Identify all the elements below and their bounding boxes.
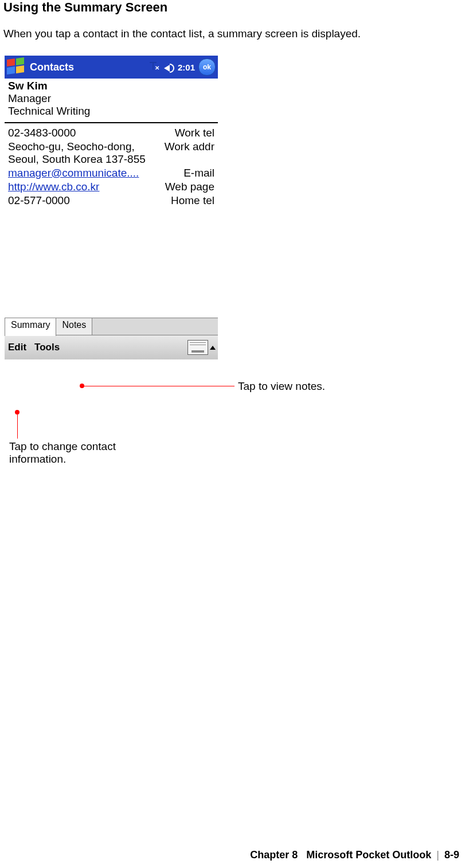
pocket-pc-screenshot: Contacts 2:01 ok Sw Kim Manager Technica… — [5, 56, 218, 359]
callout-text-notes: Tap to view notes. — [238, 380, 325, 393]
clock-text: 2:01 — [178, 62, 195, 72]
label-home-tel: Home tel — [171, 194, 214, 207]
label-web: Web page — [165, 181, 214, 193]
value-work-addr: Seocho-gu, Seocho-dong, Seoul, South Kor… — [8, 140, 165, 166]
contact-name: Sw Kim — [8, 80, 214, 92]
contact-job-title: Manager — [8, 92, 214, 105]
label-email: E-mail — [183, 167, 214, 179]
ok-button[interactable]: ok — [198, 58, 216, 76]
label-work-addr: Work addr — [165, 140, 214, 153]
contact-header: Sw Kim Manager Technical Writing — [5, 79, 218, 120]
tab-bar: Summary Notes — [5, 318, 218, 335]
tab-notes[interactable]: Notes — [56, 318, 92, 336]
menu-edit[interactable]: Edit — [8, 342, 26, 353]
detail-row-email[interactable]: manager@communicate.... E-mail — [8, 167, 214, 179]
value-work-tel: 02-3483-0000 — [8, 127, 175, 139]
footer-chapter: Chapter 8 — [250, 849, 298, 861]
value-web[interactable]: http://www.cb.co.kr — [8, 181, 165, 193]
callout-leader-notes — [84, 386, 235, 386]
callout-dot-edit — [15, 410, 19, 415]
callout-text-edit: Tap to change contact information. — [9, 440, 135, 466]
contact-details: 02-3483-0000 Work tel Seocho-gu, Seocho-… — [5, 123, 218, 207]
contact-department: Technical Writing — [8, 105, 214, 118]
sip-panel[interactable] — [187, 340, 218, 355]
tab-summary[interactable]: Summary — [5, 318, 56, 336]
section-heading: Using the Summary Screen — [3, 0, 167, 15]
value-email[interactable]: manager@communicate.... — [8, 167, 183, 179]
detail-row-web[interactable]: http://www.cb.co.kr Web page — [8, 181, 214, 193]
start-flag-icon[interactable] — [7, 58, 26, 76]
detail-row-work-tel[interactable]: 02-3483-0000 Work tel — [8, 127, 214, 139]
app-title: Contacts — [30, 61, 74, 73]
detail-row-work-addr[interactable]: Seocho-gu, Seocho-dong, Seoul, South Kor… — [8, 140, 214, 166]
manual-page: Using the Summary Screen When you tap a … — [0, 0, 465, 868]
callout-leader-edit — [17, 415, 18, 439]
menu-tools[interactable]: Tools — [34, 342, 60, 353]
title-bar: Contacts 2:01 ok — [5, 56, 218, 79]
signal-off-icon[interactable] — [151, 62, 161, 72]
sip-up-arrow-icon[interactable] — [210, 346, 216, 350]
speaker-icon[interactable] — [164, 62, 174, 72]
menu-bar: Edit Tools — [5, 335, 218, 359]
page-footer: Chapter 8 Microsoft Pocket Outlook | 8-9 — [250, 849, 459, 861]
keyboard-icon[interactable] — [187, 340, 208, 355]
label-work-tel: Work tel — [175, 127, 214, 139]
footer-title: Microsoft Pocket Outlook — [306, 849, 431, 861]
intro-paragraph: When you tap a contact in the contact li… — [3, 28, 361, 40]
callout-dot-notes — [80, 384, 84, 388]
detail-row-home-tel[interactable]: 02-577-0000 Home tel — [8, 194, 214, 207]
value-home-tel: 02-577-0000 — [8, 194, 171, 207]
footer-page-number: 8-9 — [444, 849, 459, 861]
